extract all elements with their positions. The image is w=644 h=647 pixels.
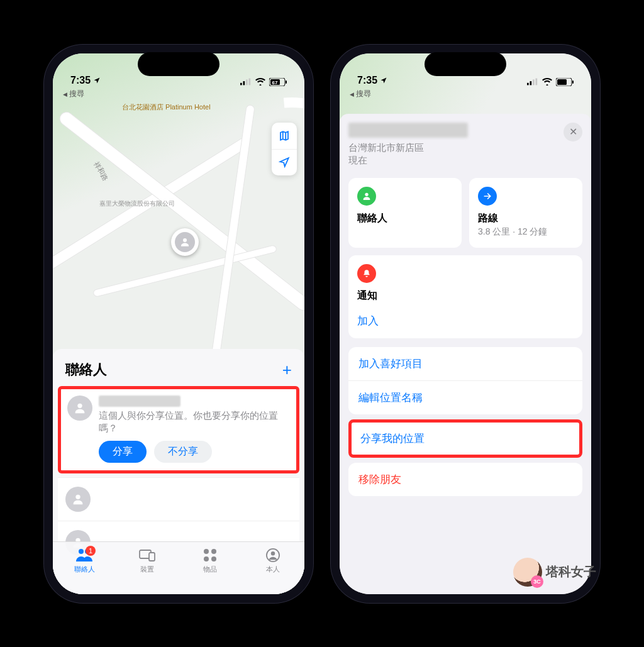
screen-left: 台北花園酒店 Platinum Hotel 祥和路 嘉里大榮物流股份有限公司 — [53, 53, 304, 594]
screen-right: 7:35 搜尋 ✕ 台灣新北市新店區 現在 — [340, 53, 591, 594]
svg-rect-22 — [527, 83, 529, 86]
svg-point-10 — [75, 495, 80, 499]
timestamp-text: 現在 — [348, 154, 582, 167]
watermark-avatar-icon — [513, 558, 542, 587]
cellular-icon — [527, 78, 538, 86]
svg-rect-1 — [240, 83, 242, 86]
svg-rect-2 — [243, 81, 245, 85]
share-my-location-highlight: 分享我的位置 — [348, 419, 582, 458]
sheet-title: 聯絡人 — [65, 360, 107, 379]
svg-rect-7 — [286, 80, 287, 84]
me-icon — [242, 547, 304, 563]
dynamic-island — [425, 52, 506, 76]
list-item[interactable] — [58, 477, 299, 521]
phone-frame-right: 7:35 搜尋 ✕ 台灣新北市新店區 現在 — [331, 45, 600, 603]
actions-list-1: 加入喜好項目 編輯位置名稱 — [348, 347, 582, 414]
people-icon — [53, 547, 116, 563]
add-notification-button[interactable]: 加入 — [357, 314, 574, 328]
tab-bar: 1 聯絡人 裝置 物品 — [53, 541, 304, 594]
svg-rect-4 — [249, 79, 251, 86]
tab-label: 裝置 — [116, 565, 179, 574]
svg-point-17 — [211, 549, 216, 554]
tab-label: 本人 — [242, 565, 304, 574]
tab-label: 聯絡人 — [53, 565, 116, 574]
map-street-label: 祥和路 — [92, 160, 110, 182]
tab-devices[interactable]: 裝置 — [116, 547, 179, 594]
svg-rect-27 — [557, 79, 567, 85]
tab-label: 物品 — [179, 565, 242, 574]
add-favorite-button[interactable]: 加入喜好項目 — [348, 347, 582, 380]
wifi-icon — [542, 78, 552, 86]
share-prompt-text: 這個人與你分享位置。你也要分享你的位置嗎？ — [99, 409, 290, 435]
dont-share-button[interactable]: 不分享 — [154, 441, 212, 463]
avatar-icon — [65, 487, 91, 512]
svg-rect-25 — [536, 79, 538, 86]
edit-location-name-button[interactable]: 編輯位置名稱 — [348, 380, 582, 414]
redacted-name — [348, 123, 468, 138]
add-person-button[interactable]: + — [282, 360, 292, 380]
card-title: 路線 — [478, 212, 574, 225]
avatar-icon — [67, 395, 92, 421]
locate-me-button[interactable] — [272, 149, 297, 175]
svg-point-29 — [365, 193, 368, 196]
svg-rect-23 — [530, 81, 532, 85]
close-button[interactable]: ✕ — [564, 123, 582, 141]
svg-rect-28 — [572, 80, 574, 84]
map-poi-label: 台北花園酒店 Platinum Hotel — [122, 102, 211, 112]
bell-icon — [357, 264, 376, 283]
watermark: 塔科女子 — [513, 558, 596, 587]
tab-me[interactable]: 本人 — [242, 547, 304, 594]
card-subtitle: 3.8 公里 · 12 分鐘 — [478, 226, 574, 238]
card-title: 通知 — [357, 289, 574, 302]
actions-list-2: 移除朋友 — [348, 463, 582, 496]
svg-point-21 — [271, 551, 275, 555]
tab-badge: 1 — [86, 546, 96, 556]
remove-friend-button[interactable]: 移除朋友 — [348, 463, 582, 496]
map-controls — [272, 123, 297, 175]
svg-rect-24 — [533, 79, 535, 85]
notifications-card: 通知 加入 — [348, 255, 582, 338]
cellular-icon — [240, 78, 252, 86]
wifi-icon — [255, 78, 265, 86]
contact-icon — [357, 187, 376, 206]
back-to-search-link[interactable]: 搜尋 — [63, 89, 84, 99]
svg-point-16 — [204, 549, 209, 554]
person-row[interactable]: 這個人與你分享位置。你也要分享你的位置嗎？ — [67, 395, 290, 435]
share-my-location-button[interactable]: 分享我的位置 — [352, 423, 579, 455]
tab-items[interactable]: 物品 — [179, 547, 242, 594]
battery-icon — [556, 78, 574, 86]
map-company-label: 嘉里大榮物流股份有限公司 — [99, 199, 175, 208]
share-request-highlight: 這個人與你分享位置。你也要分享你的位置嗎？ 分享 不分享 — [58, 386, 299, 474]
svg-rect-15 — [149, 553, 155, 561]
location-text: 台灣新北市新店區 — [348, 141, 582, 154]
phone-frame-left: 台北花園酒店 Platinum Hotel 祥和路 嘉里大榮物流股份有限公司 — [44, 45, 313, 603]
svg-point-12 — [79, 549, 84, 554]
location-services-icon — [380, 77, 387, 84]
svg-point-9 — [77, 403, 82, 407]
svg-point-0 — [183, 238, 187, 242]
battery-icon: 67 — [269, 78, 287, 86]
card-title: 聯絡人 — [357, 212, 453, 225]
devices-icon — [116, 547, 179, 563]
directions-card[interactable]: 路線 3.8 公里 · 12 分鐘 — [469, 178, 582, 248]
person-detail-sheet: ✕ 台灣新北市新店區 現在 聯絡人 路線 — [340, 114, 591, 594]
share-button[interactable]: 分享 — [99, 441, 147, 463]
svg-point-19 — [211, 556, 216, 561]
status-time: 7:35 — [70, 75, 91, 86]
dynamic-island — [138, 52, 219, 76]
map-mode-button[interactable] — [272, 123, 297, 149]
contact-card[interactable]: 聯絡人 — [348, 178, 462, 248]
redacted-name — [99, 395, 180, 407]
svg-point-18 — [204, 556, 209, 561]
directions-icon — [478, 187, 497, 206]
svg-rect-3 — [246, 79, 248, 85]
tab-people[interactable]: 1 聯絡人 — [53, 547, 116, 594]
location-services-icon — [93, 77, 101, 84]
svg-text:67: 67 — [272, 80, 278, 86]
map-person-pin[interactable] — [171, 228, 199, 256]
status-time: 7:35 — [357, 75, 377, 86]
back-to-search-link[interactable]: 搜尋 — [350, 89, 371, 99]
items-icon — [179, 547, 242, 563]
watermark-text: 塔科女子 — [546, 563, 596, 580]
